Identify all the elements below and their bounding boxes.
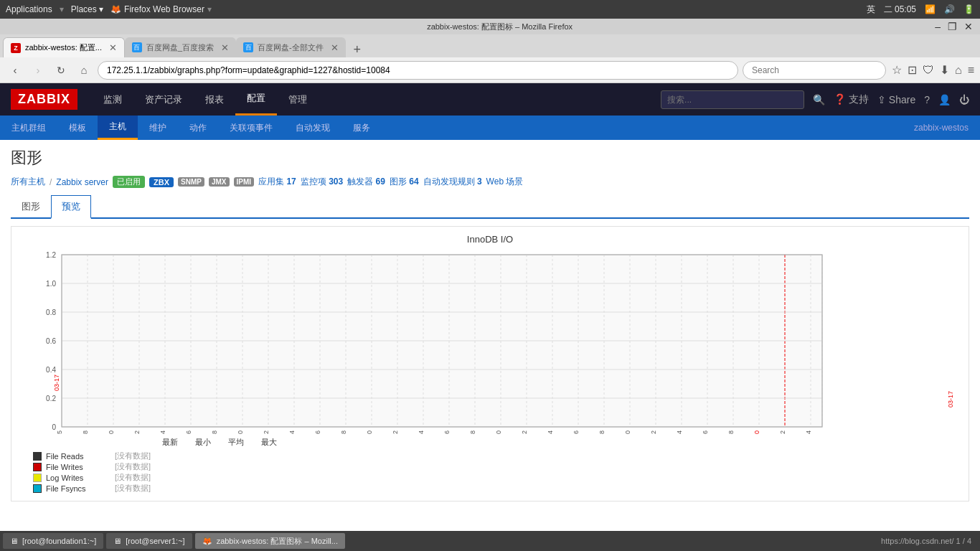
user-icon[interactable]: 👤: [938, 94, 951, 105]
breadcrumb-all-hosts[interactable]: 所有主机: [11, 176, 45, 188]
breadcrumb-current-host[interactable]: Zabbix server: [56, 177, 108, 187]
svg-text:04:46: 04:46: [573, 430, 580, 434]
new-tab-button[interactable]: +: [349, 42, 366, 57]
time-display: 二 05:05: [884, 4, 916, 16]
svg-text:1.0: 1.0: [46, 280, 56, 288]
link-triggers[interactable]: 触发器 69: [347, 176, 385, 188]
svg-text:04:48: 04:48: [598, 430, 606, 434]
reader-icon[interactable]: ⊡: [908, 63, 917, 77]
svg-text:04:18: 04:18: [211, 430, 218, 434]
svg-text:04:34: 04:34: [418, 430, 425, 434]
svg-text:04:20: 04:20: [237, 430, 244, 434]
zabbix-header: ZABBIX 监测 资产记录 报表 配置 管理 🔍 ❓ 支持 ⇪ Share ?…: [0, 83, 980, 116]
taskbar-left: 🖥 [root@foundation1:~] 🖥 [root@server1:~…: [3, 533, 345, 542]
svg-text:04:32: 04:32: [392, 430, 399, 434]
sub-nav-services[interactable]: 服务: [341, 116, 382, 140]
browser-tab-2[interactable]: 百 百度网盘_百度搜索 ✕: [125, 37, 236, 57]
legend-color-file-writes: [33, 463, 42, 471]
download-icon[interactable]: ⬇: [940, 63, 949, 77]
support-link[interactable]: ❓ 支持: [834, 93, 869, 106]
nav-admin[interactable]: 管理: [277, 83, 319, 116]
share-button[interactable]: ⇪ Share: [877, 94, 915, 105]
shield-icon[interactable]: 🛡: [923, 64, 934, 77]
host-status-badge: 已启用: [113, 176, 145, 188]
legend-item-2: Log Writes [没有数据]: [33, 472, 961, 483]
svg-text:1.2: 1.2: [46, 251, 56, 259]
legend-value-file-writes: [没有数据]: [115, 461, 151, 472]
volume-icon: 🔊: [944, 4, 955, 14]
forward-button[interactable]: ›: [29, 61, 47, 80]
legend-value-log-writes: [没有数据]: [115, 472, 151, 483]
tab-close-1[interactable]: ✕: [109, 42, 117, 53]
browser-titlebar: zabbix-westos: 配置图标 – Mozilla Firefox – …: [0, 19, 980, 34]
browser-menu[interactable]: Firefox Web Browser: [124, 4, 204, 14]
taskbar-item-1[interactable]: 🖥 [root@server1:~]: [106, 533, 192, 542]
minimize-button[interactable]: –: [935, 21, 941, 32]
places-menu[interactable]: Places ▾: [71, 4, 103, 14]
link-discovery[interactable]: 自动发现规则 3: [423, 176, 482, 188]
menu-icon[interactable]: ≡: [968, 64, 974, 77]
zabbix-search-input[interactable]: [661, 90, 804, 109]
help-icon[interactable]: ?: [924, 94, 930, 105]
nav-assets[interactable]: 资产记录: [133, 83, 194, 116]
chart-title: InnoDB I/O: [19, 234, 961, 245]
sub-nav-hostgroups[interactable]: 主机群组: [0, 116, 57, 140]
breadcrumb-sep: /: [50, 177, 52, 187]
svg-text:04:12: 04:12: [133, 430, 141, 434]
browser-search-input[interactable]: [743, 61, 886, 80]
legend-label-file-writes: File Writes: [46, 463, 110, 471]
sub-nav-maintenance[interactable]: 维护: [138, 116, 178, 140]
nav-reports[interactable]: 报表: [194, 83, 235, 116]
back-button[interactable]: ‹: [6, 61, 24, 80]
svg-text:04:42: 04:42: [521, 430, 528, 434]
nav-config[interactable]: 配置: [235, 83, 277, 116]
svg-text:04:05: 04:05: [56, 430, 63, 434]
link-graphs[interactable]: 图形 64: [390, 176, 419, 188]
tab-preview[interactable]: 预览: [51, 195, 91, 219]
svg-text:04:40: 04:40: [495, 430, 502, 434]
tab-graph[interactable]: 图形: [11, 195, 51, 219]
tag-jmx: JMX: [209, 177, 230, 187]
svg-text:05:00: 05:00: [753, 430, 760, 434]
link-applications[interactable]: 应用集 17: [258, 176, 296, 188]
zabbix-logo[interactable]: ZABBIX: [11, 89, 77, 110]
page-title: 图形: [11, 147, 969, 169]
home-toolbar-icon[interactable]: ⌂: [955, 64, 962, 77]
legend-item-3: File Fsyncs [没有数据]: [33, 483, 961, 494]
tag-ipmi: IPMI: [234, 177, 255, 187]
home-button[interactable]: ⌂: [75, 61, 93, 80]
tab-label-1: zabbix-westos: 配置...: [25, 42, 102, 53]
window-controls[interactable]: – ❐ ✕: [935, 21, 973, 32]
applications-menu[interactable]: Applications: [6, 4, 52, 14]
taskbar-item-0[interactable]: 🖥 [root@foundation1:~]: [3, 533, 103, 542]
browser-toolbar-right: ☆ ⊡ 🛡 ⬇ ⌂ ≡: [743, 61, 974, 80]
link-items[interactable]: 监控项 303: [301, 176, 343, 188]
tab-close-2[interactable]: ✕: [221, 42, 229, 53]
nav-monitoring[interactable]: 监测: [92, 83, 133, 116]
breadcrumb: 所有主机 / Zabbix server 已启用 ZBX SNMP JMX IP…: [11, 176, 969, 188]
maximize-button[interactable]: ❐: [948, 21, 957, 32]
browser-tab-1[interactable]: Z zabbix-westos: 配置... ✕: [3, 37, 125, 57]
search-icon[interactable]: 🔍: [813, 94, 825, 105]
svg-text:0.8: 0.8: [46, 309, 56, 316]
svg-text:0.4: 0.4: [46, 366, 56, 374]
browser-tab-3[interactable]: 百 百度网盘-全部文件 ✕: [236, 37, 346, 57]
tab-favicon-2: 百: [132, 42, 142, 52]
bookmark-star-icon[interactable]: ☆: [892, 63, 902, 77]
sub-nav-discovery[interactable]: 自动发现: [284, 116, 341, 140]
link-webscenarios[interactable]: Web 场景: [486, 176, 524, 188]
close-button[interactable]: ✕: [964, 21, 973, 32]
sub-nav-templates[interactable]: 模板: [57, 116, 98, 140]
legend-color-file-fsyncs: [33, 484, 42, 493]
logout-icon[interactable]: ⏻: [959, 94, 969, 105]
taskbar-item-2[interactable]: 🦊 zabbix-westos: 配置图标 – Mozill...: [195, 533, 345, 542]
svg-text:04:36: 04:36: [443, 430, 451, 434]
url-bar[interactable]: [98, 61, 738, 80]
tab-close-3[interactable]: ✕: [331, 42, 339, 53]
sub-nav-correlations[interactable]: 关联项事件: [218, 116, 284, 140]
refresh-button[interactable]: ↻: [52, 61, 70, 80]
svg-text:04:08: 04:08: [82, 430, 89, 434]
sub-nav-actions[interactable]: 动作: [178, 116, 218, 140]
tag-zbx: ZBX: [149, 177, 174, 187]
sub-nav-hosts[interactable]: 主机: [98, 116, 138, 140]
